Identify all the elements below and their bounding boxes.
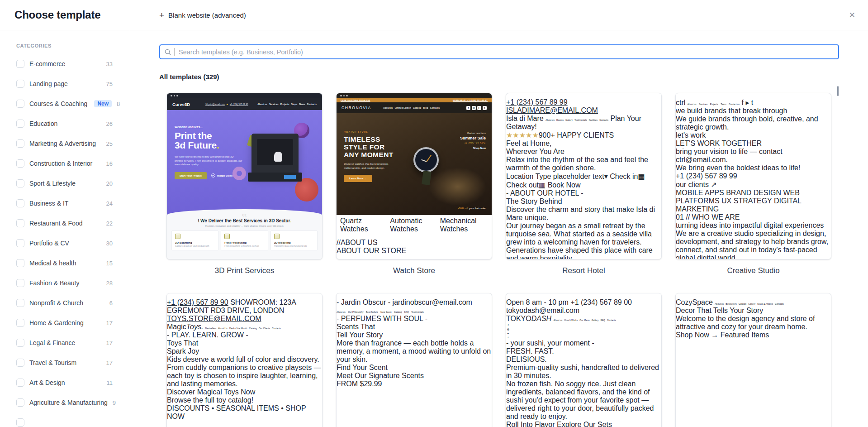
browser-chrome: [676, 293, 831, 298]
category-item-construction-interior[interactable]: Construction & Interior 16: [16, 154, 113, 173]
template-card-creative-studio[interactable]: ctrl About us Services Projects Team Con…: [675, 93, 831, 275]
preview-phone: +1 (234) 567 89 00: [570, 298, 632, 306]
feature-card: 3D ScanningCapture details of your produ…: [171, 230, 218, 250]
preview-email: jardinobscur@email.com: [393, 298, 472, 306]
preview-email: TOYS.STORE@EMAIL.COM: [167, 315, 261, 322]
preview-stats-section: 01 // WHO WE ARE turning ideas into impa…: [676, 213, 831, 259]
preview-secondary-button: Explore Our Sets: [557, 421, 612, 427]
torus-shape: [232, 167, 246, 180]
category-item-nonprofit-church[interactable]: Nonprofit & Church 6: [16, 293, 113, 313]
category-item-courses-coaching[interactable]: Courses & Coaching New 8: [16, 94, 113, 114]
category-count: 26: [106, 120, 113, 127]
preview-cta-button: Find Your Scent: [337, 364, 388, 371]
preview-hero: //WATCH STORE TIMELESS STYLE FOR ANY MOM…: [337, 113, 492, 215]
template-card-perfume-store[interactable]: - Jardin Obscur - jardinobscur@email.com…: [336, 293, 492, 427]
category-item-fashion-beauty[interactable]: Fashion & Beauty 28: [16, 273, 113, 293]
category-item-portfolio-cv[interactable]: Portfolio & CV 30: [16, 233, 113, 253]
checkbox[interactable]: [16, 299, 24, 307]
template-card-resort-hotel[interactable]: +1 (234) 567 89 99 ISLADIMARE@EMAIL.COM …: [506, 93, 662, 275]
preview-hero: we build brands that break through We gu…: [676, 107, 831, 189]
category-item-marketing-advertising[interactable]: Marketing & Advertising 25: [16, 134, 113, 154]
feature-card: Post-ProcessingFrom smoothing to finishi…: [221, 230, 268, 250]
checkbox[interactable]: [16, 339, 24, 347]
close-icon[interactable]: ✕: [849, 10, 855, 20]
template-title: Creative Studio: [675, 266, 831, 275]
checkbox[interactable]: [16, 418, 24, 427]
browser-chrome: [506, 293, 661, 298]
checkbox[interactable]: [16, 359, 24, 367]
checkbox[interactable]: [16, 100, 24, 108]
text-caret: [175, 48, 175, 56]
preview-hero: - PLAY. LEARN. GROW - Toys That Spark Jo…: [167, 331, 322, 421]
category-count: 25: [106, 140, 113, 147]
category-item-home-gardening[interactable]: Home & Gardening 17: [16, 313, 113, 333]
browser-chrome: [167, 93, 322, 98]
category-item-partial[interactable]: [16, 413, 113, 427]
social-icons: f ◎ ▸ t: [466, 106, 487, 110]
watch-strap: [422, 171, 432, 185]
category-item-art-design[interactable]: Art & Design 11: [16, 373, 113, 393]
template-preview: CozySpace About us Bestsellers Catalog G…: [675, 293, 831, 427]
category-item-restaurant-food[interactable]: Restaurant & Food 22: [16, 213, 113, 233]
preview-sale-aside: Meet our new items Summer Sale 10 AUG–20…: [460, 132, 486, 149]
checkbox[interactable]: [16, 60, 24, 68]
template-card-3d-print-services[interactable]: Curve3D 3d.print@email.com+1 (234) 567 8…: [166, 93, 323, 275]
checkbox[interactable]: [16, 398, 24, 407]
blank-website-button[interactable]: + Blank website (advanced): [159, 11, 246, 19]
preview-logo: - Jardin Obscur -: [337, 298, 390, 306]
youtube-icon: ▸: [477, 106, 481, 110]
template-card-magic-toys[interactable]: +1 (234) 567 89 90 SHOWROOM: 123A EGREMO…: [166, 293, 323, 427]
preview-navbar: Curve3D 3d.print@email.com+1 (234) 567 8…: [167, 98, 322, 110]
category-item-education[interactable]: Education 26: [16, 114, 113, 134]
checkbox[interactable]: [16, 279, 24, 287]
category-item-business-it[interactable]: Business & IT 24: [16, 193, 113, 213]
template-preview: Open 8 am - 10 pm +1 (234) 567 89 00 tok…: [506, 293, 662, 427]
template-card-sushi-delivery[interactable]: Open 8 am - 10 pm +1 (234) 567 89 00 tok…: [506, 293, 662, 427]
preview-nav-links: About us Rooms Gallery Testimonials Faci…: [545, 119, 608, 121]
category-item-agriculture-manufacturing[interactable]: Agriculture & Manufacturing 9: [16, 393, 113, 413]
location-field: Location: [506, 173, 534, 180]
category-item-legal-finance[interactable]: Legal & Finance 17: [16, 333, 113, 353]
preview-nav-links: About us Our Philosophy Best Sellers New…: [337, 311, 424, 313]
preview-about-section: //ABOUT US ABOUT OUR STORE: [337, 239, 492, 255]
checkbox[interactable]: [16, 139, 24, 148]
category-item-sport-lifestyle[interactable]: Sport & Lifestyle 20: [16, 173, 113, 193]
book-now-button: Book Now: [548, 181, 581, 189]
checkbox[interactable]: [16, 179, 24, 187]
search-input[interactable]: [179, 48, 834, 56]
preview-logo: TOKYODASH: [506, 315, 551, 322]
checkbox[interactable]: [16, 80, 24, 88]
twitter-icon: t: [506, 335, 510, 339]
checkbox[interactable]: [16, 120, 24, 128]
checkbox[interactable]: [16, 239, 24, 247]
preview-cta: Discover Magical Toys NowBrowse the full…: [167, 388, 322, 404]
scrollbar-thumb[interactable]: [837, 86, 839, 96]
scanner-icon: [175, 234, 180, 239]
chevron-down-icon: ▾: [604, 173, 608, 180]
checkbox[interactable]: [16, 199, 24, 207]
category-item-ecommerce[interactable]: E-commerce 33: [16, 54, 113, 74]
person-icon: [224, 234, 230, 239]
search-box[interactable]: [159, 44, 839, 59]
template-card-decor-store[interactable]: CozySpace About us Bestsellers Catalog G…: [675, 293, 831, 427]
stars-icon: ★★★★★: [506, 131, 539, 139]
checkbox[interactable]: [16, 319, 24, 327]
category-item-travel-tourism[interactable]: Travel & Tourism 17: [16, 353, 113, 373]
category-item-landing-page[interactable]: Landing page 75: [16, 74, 113, 94]
preview-nav-links: About us Limited Edition Catalog Blog Co…: [383, 106, 440, 109]
template-card-watch-store[interactable]: FREE SHIPPING FROM $50 NEED HELP: +1 (80…: [336, 93, 492, 275]
template-preview: ctrl About us Services Projects Team Con…: [675, 93, 831, 259]
preview-signature-aside: Meet Our Signature Scents FROM $29.99: [337, 372, 492, 388]
twitter-icon: t: [751, 99, 753, 106]
templates-grid: Curve3D 3d.print@email.com+1 (234) 567 8…: [166, 93, 868, 427]
youtube-icon: ▸: [745, 99, 749, 106]
plus-icon: +: [159, 11, 164, 19]
checkbox[interactable]: [16, 259, 24, 267]
checkout-field: Check out▦: [506, 181, 545, 189]
checkbox[interactable]: [16, 219, 24, 227]
browser-chrome: [167, 293, 322, 298]
preview-nav-links: About us Services Projects Team Contact …: [688, 103, 740, 106]
category-item-medical-health[interactable]: Medical & health 15: [16, 253, 113, 273]
checkbox[interactable]: [16, 379, 24, 387]
checkbox[interactable]: [16, 159, 24, 168]
